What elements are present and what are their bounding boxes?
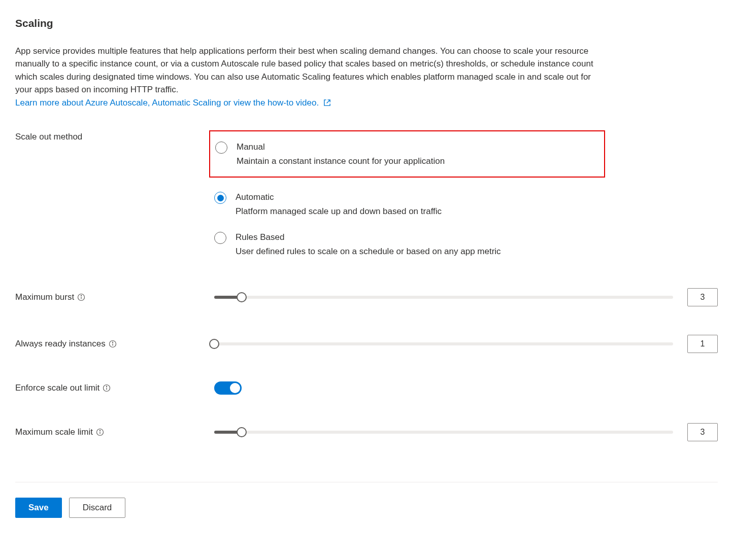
- external-link-icon: [323, 97, 331, 111]
- scaling-description: App service provides multiple features t…: [15, 45, 594, 111]
- always-ready-value[interactable]: 1: [687, 335, 718, 353]
- slider-thumb[interactable]: [237, 427, 247, 437]
- always-ready-slider[interactable]: [214, 342, 673, 345]
- max-scale-limit-slider[interactable]: [214, 431, 673, 434]
- radio-automatic-desc: Platform managed scale up and down based…: [236, 205, 442, 218]
- enforce-limit-toggle[interactable]: [214, 381, 242, 395]
- radio-circle-rules[interactable]: [214, 232, 226, 244]
- radio-rules[interactable]: Rules Based User defined rules to scale …: [214, 231, 718, 258]
- info-icon[interactable]: [96, 428, 104, 436]
- description-text: App service provides multiple features t…: [15, 46, 593, 95]
- page-title: Scaling: [15, 15, 718, 31]
- svg-point-5: [112, 342, 113, 342]
- save-button[interactable]: Save: [15, 498, 62, 518]
- scale-out-method-radio-group: Manual Maintain a constant instance coun…: [214, 130, 718, 258]
- info-icon[interactable]: [77, 293, 85, 301]
- radio-rules-desc: User defined rules to scale on a schedul…: [236, 245, 501, 258]
- info-icon[interactable]: [109, 340, 117, 348]
- radio-automatic[interactable]: Automatic Platform managed scale up and …: [214, 191, 718, 218]
- max-scale-limit-value[interactable]: 3: [687, 423, 718, 441]
- radio-manual-desc: Maintain a constant instance count for y…: [237, 155, 445, 168]
- radio-manual-title: Manual: [237, 141, 445, 154]
- enforce-limit-label: Enforce scale out limit: [15, 381, 99, 395]
- maximum-burst-slider[interactable]: [214, 296, 673, 299]
- learn-more-text: Learn more about Azure Autoscale, Automa…: [15, 98, 319, 108]
- toggle-knob: [230, 383, 240, 393]
- svg-point-8: [107, 386, 107, 387]
- radio-automatic-title: Automatic: [236, 191, 442, 204]
- slider-thumb[interactable]: [209, 339, 219, 349]
- max-scale-limit-label: Maximum scale limit: [15, 426, 93, 439]
- svg-point-2: [81, 295, 82, 296]
- scale-out-method-label: Scale out method: [15, 130, 214, 144]
- info-icon[interactable]: [103, 384, 111, 392]
- learn-more-link[interactable]: Learn more about Azure Autoscale, Automa…: [15, 98, 331, 108]
- radio-circle-automatic[interactable]: [214, 192, 226, 204]
- footer-bar: Save Discard: [15, 482, 718, 518]
- always-ready-label: Always ready instances: [15, 337, 106, 351]
- radio-rules-title: Rules Based: [236, 231, 501, 244]
- maximum-burst-label: Maximum burst: [15, 291, 74, 304]
- svg-point-11: [99, 430, 100, 431]
- slider-thumb[interactable]: [237, 292, 247, 302]
- discard-button[interactable]: Discard: [69, 498, 126, 518]
- radio-circle-manual[interactable]: [215, 142, 227, 154]
- radio-manual[interactable]: Manual Maintain a constant instance coun…: [215, 141, 595, 167]
- manual-highlight-box: Manual Maintain a constant instance coun…: [209, 130, 605, 178]
- maximum-burst-value[interactable]: 3: [687, 288, 718, 306]
